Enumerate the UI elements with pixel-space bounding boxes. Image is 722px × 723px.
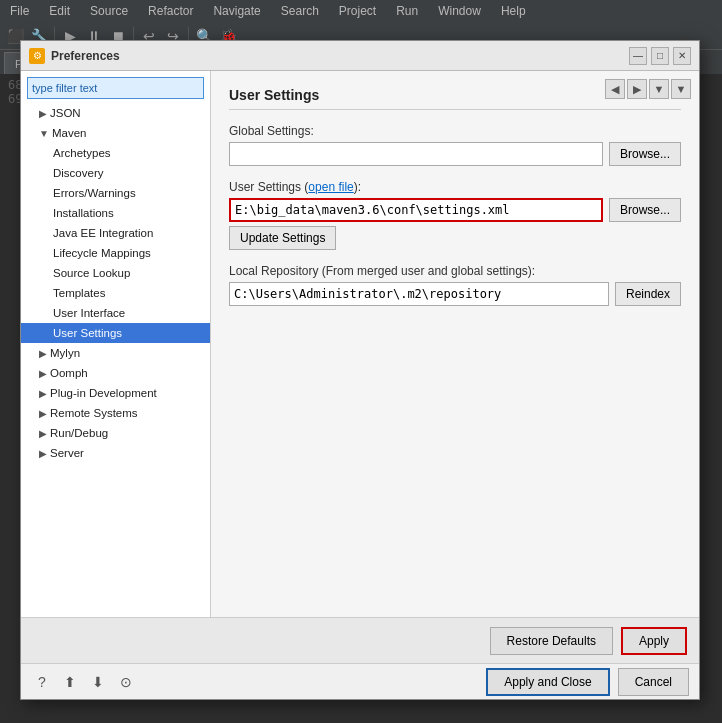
dialog-title-text: Preferences — [51, 49, 629, 63]
tree-label-templates: Templates — [53, 287, 105, 299]
tree-item-json[interactable]: ▶ JSON — [21, 103, 210, 123]
global-settings-input[interactable] — [229, 142, 603, 166]
settings-icon: ⚙ — [33, 50, 42, 61]
tree-label-installations: Installations — [53, 207, 114, 219]
tree-label-sourcelookup: Source Lookup — [53, 267, 130, 279]
tree-item-remote[interactable]: ▶ Remote Systems — [21, 403, 210, 423]
tree-label-server: Server — [50, 447, 84, 459]
local-repo-row: Reindex — [229, 282, 681, 306]
tree-label-mylyn: Mylyn — [50, 347, 80, 359]
tree-item-userinterface[interactable]: User Interface — [21, 303, 210, 323]
tree-item-usersettings[interactable]: User Settings — [21, 323, 210, 343]
tree-label-plugin: Plug-in Development — [50, 387, 157, 399]
tree-item-lifecycle[interactable]: Lifecycle Mappings — [21, 243, 210, 263]
tree-label-usersettings: User Settings — [53, 327, 122, 339]
update-settings-btn[interactable]: Update Settings — [229, 226, 336, 250]
nav-forward-btn[interactable]: ▶ — [627, 79, 647, 99]
export-icon-btn[interactable]: ⬆ — [59, 671, 81, 693]
user-settings-group: User Settings (open file): Browse... Upd… — [229, 180, 681, 250]
dialog-maximize-btn[interactable]: □ — [651, 47, 669, 65]
tree-item-discovery[interactable]: Discovery — [21, 163, 210, 183]
menu-file[interactable]: File — [4, 2, 35, 20]
nav-back-btn[interactable]: ◀ — [605, 79, 625, 99]
tree-content: ▶ JSON ▼ Maven Archetypes Discovery Erro… — [21, 103, 210, 617]
global-settings-group: Global Settings: Browse... — [229, 124, 681, 166]
menu-source[interactable]: Source — [84, 2, 134, 20]
tree-label-discovery: Discovery — [53, 167, 103, 179]
apply-close-btn[interactable]: Apply and Close — [486, 668, 609, 696]
footer2-left: ? ⬆ ⬇ ⊙ — [31, 671, 137, 693]
menu-bar: File Edit Source Refactor Navigate Searc… — [0, 0, 722, 22]
menu-run[interactable]: Run — [390, 2, 424, 20]
tree-label-archetypes: Archetypes — [53, 147, 111, 159]
tree-label-errors: Errors/Warnings — [53, 187, 136, 199]
dialog-title-icon: ⚙ — [29, 48, 45, 64]
global-settings-row: Browse... — [229, 142, 681, 166]
tree-item-sourcelookup[interactable]: Source Lookup — [21, 263, 210, 283]
local-repo-label: Local Repository (From merged user and g… — [229, 264, 681, 278]
settings-icon-btn[interactable]: ⊙ — [115, 671, 137, 693]
apply-btn[interactable]: Apply — [621, 627, 687, 655]
cancel-btn[interactable]: Cancel — [618, 668, 689, 696]
menu-project[interactable]: Project — [333, 2, 382, 20]
tree-arrow-json: ▶ — [39, 108, 47, 119]
tree-item-mylyn[interactable]: ▶ Mylyn — [21, 343, 210, 363]
import-icon-btn[interactable]: ⬇ — [87, 671, 109, 693]
menu-help[interactable]: Help — [495, 2, 532, 20]
tree-item-javaee[interactable]: Java EE Integration — [21, 223, 210, 243]
user-settings-suffix: ): — [354, 180, 361, 194]
local-repo-input[interactable] — [229, 282, 609, 306]
tree-arrow-oomph: ▶ — [39, 368, 47, 379]
tree-label-userinterface: User Interface — [53, 307, 125, 319]
menu-search[interactable]: Search — [275, 2, 325, 20]
dialog-minimize-btn[interactable]: — — [629, 47, 647, 65]
tree-label-lifecycle: Lifecycle Mappings — [53, 247, 151, 259]
preferences-dialog: ⚙ Preferences — □ ✕ type filter text ▶ J… — [20, 40, 700, 700]
tree-search-input[interactable]: type filter text — [27, 77, 204, 99]
menu-refactor[interactable]: Refactor — [142, 2, 199, 20]
dialog-body: type filter text ▶ JSON ▼ Maven Archetyp… — [21, 71, 699, 617]
user-settings-input[interactable] — [229, 198, 603, 222]
tree-item-installations[interactable]: Installations — [21, 203, 210, 223]
menu-navigate[interactable]: Navigate — [207, 2, 266, 20]
restore-defaults-btn[interactable]: Restore Defaults — [490, 627, 613, 655]
user-settings-label: User Settings (open file): — [229, 180, 681, 194]
dialog-close-btn[interactable]: ✕ — [673, 47, 691, 65]
tree-label-javaee: Java EE Integration — [53, 227, 153, 239]
dialog-footer2: ? ⬆ ⬇ ⊙ Apply and Close Cancel — [21, 663, 699, 699]
menu-window[interactable]: Window — [432, 2, 487, 20]
tree-label-oomph: Oomph — [50, 367, 88, 379]
tree-item-errors[interactable]: Errors/Warnings — [21, 183, 210, 203]
dialog-win-btns: — □ ✕ — [629, 47, 691, 65]
dialog-titlebar: ⚙ Preferences — □ ✕ — [21, 41, 699, 71]
content-panel: ◀ ▶ ▼ ▼ User Settings Global Settings: B… — [211, 71, 699, 617]
tree-item-oomph[interactable]: ▶ Oomph — [21, 363, 210, 383]
user-settings-row: Browse... — [229, 198, 681, 222]
tree-arrow-maven: ▼ — [39, 128, 49, 139]
tree-item-plugin[interactable]: ▶ Plug-in Development — [21, 383, 210, 403]
tree-item-archetypes[interactable]: Archetypes — [21, 143, 210, 163]
tree-item-maven[interactable]: ▼ Maven — [21, 123, 210, 143]
global-browse-btn[interactable]: Browse... — [609, 142, 681, 166]
reindex-btn[interactable]: Reindex — [615, 282, 681, 306]
global-settings-label: Global Settings: — [229, 124, 681, 138]
menu-edit[interactable]: Edit — [43, 2, 76, 20]
tree-item-server[interactable]: ▶ Server — [21, 443, 210, 463]
tree-label-rundebug: Run/Debug — [50, 427, 108, 439]
tree-arrow-server: ▶ — [39, 448, 47, 459]
tree-item-rundebug[interactable]: ▶ Run/Debug — [21, 423, 210, 443]
open-file-link[interactable]: open file — [308, 180, 353, 194]
footer2-right: Apply and Close Cancel — [486, 668, 689, 696]
content-nav: ◀ ▶ ▼ ▼ — [605, 79, 691, 99]
local-repo-group: Local Repository (From merged user and g… — [229, 264, 681, 306]
tree-arrow-rundebug: ▶ — [39, 428, 47, 439]
dialog-footer: Restore Defaults Apply — [21, 617, 699, 663]
tree-label-remote: Remote Systems — [50, 407, 138, 419]
nav-menu-btn[interactable]: ▼ — [671, 79, 691, 99]
help-icon-btn[interactable]: ? — [31, 671, 53, 693]
user-settings-label-text: User Settings ( — [229, 180, 308, 194]
tree-item-templates[interactable]: Templates — [21, 283, 210, 303]
tree-label-maven: Maven — [52, 127, 87, 139]
user-browse-btn[interactable]: Browse... — [609, 198, 681, 222]
nav-down-btn[interactable]: ▼ — [649, 79, 669, 99]
